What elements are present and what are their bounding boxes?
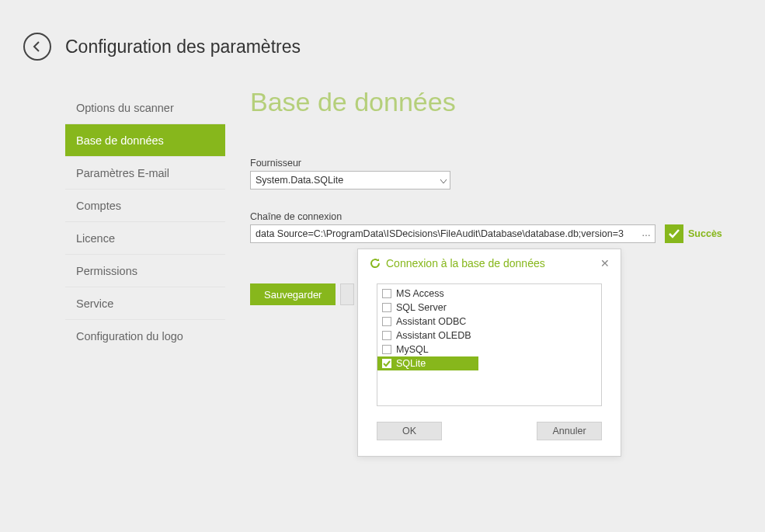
status-check-box [665,224,683,243]
checkbox-icon[interactable] [382,303,391,312]
provider-select-wrap [250,171,450,190]
checkbox-icon[interactable] [382,331,391,340]
checkbox-icon[interactable] [382,317,391,326]
sidebar-item-scanner-options[interactable]: Options du scanner [65,92,225,124]
list-item[interactable]: Assistant OLEDB [377,329,601,342]
sidebar-item-database[interactable]: Base de données [65,124,225,157]
dialog-cancel-button[interactable]: Annuler [537,422,602,440]
page-title: Configuration des paramètres [65,37,301,57]
dialog-header: Connexion à la base de données ✕ [358,249,621,277]
sidebar: Options du scanner Base de données Param… [65,92,225,353]
sidebar-item-accounts[interactable]: Comptes [65,190,225,222]
list-item[interactable]: MySQL [377,342,601,356]
connstr-input[interactable] [250,224,655,243]
status-text: Succès [688,228,722,239]
sidebar-item-service[interactable]: Service [65,287,225,320]
ok-button[interactable]: OK [377,422,442,440]
checkbox-icon[interactable] [382,289,391,298]
check-icon [668,228,680,240]
provider-select[interactable] [250,171,450,190]
main-title: Base de données [250,87,765,117]
connstr-label: Chaîne de connexion [250,211,765,222]
header: Configuration des paramètres [0,0,765,61]
arrow-left-icon [31,40,43,53]
close-icon[interactable]: ✕ [597,257,613,269]
db-connection-dialog: Connexion à la base de données ✕ MS Acce… [357,249,621,457]
db-options-list: MS Access SQL Server Assistant ODBC Assi… [377,283,602,406]
refresh-icon [369,257,381,269]
save-button[interactable]: Sauvegarder [250,283,336,305]
sidebar-item-permissions[interactable]: Permissions [65,255,225,287]
sidebar-item-logo-config[interactable]: Configuration du logo [65,320,225,353]
connection-row: … Succès [250,224,741,243]
cancel-button[interactable] [340,283,354,305]
checkbox-icon[interactable] [382,359,391,368]
checkbox-icon[interactable] [382,345,391,354]
dialog-buttons: OK Annuler [358,422,621,456]
back-button[interactable] [23,33,51,61]
dialog-title: Connexion à la base de données [386,257,597,269]
connstr-input-wrap: … [250,224,655,243]
sidebar-item-license[interactable]: Licence [65,222,225,255]
list-item[interactable]: SQLite [377,356,478,370]
list-item[interactable]: SQL Server [377,301,601,315]
provider-label: Fournisseur [250,158,765,169]
sidebar-item-email[interactable]: Paramètres E-mail [65,157,225,190]
list-item[interactable]: Assistant ODBC [377,315,601,329]
list-item[interactable]: MS Access [377,287,601,301]
status-badge: Succès [665,224,722,243]
